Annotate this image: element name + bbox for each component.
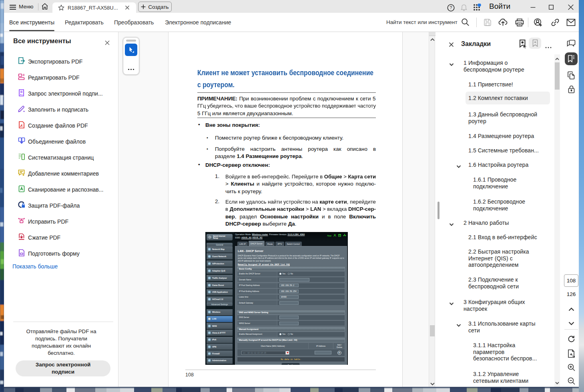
router-nav-item[interactable]: Wireless bbox=[207, 309, 233, 316]
router-nav-item[interactable]: IPv6 bbox=[207, 337, 233, 343]
bookmark-item[interactable]: 1 Информация обеспроводном роутере bbox=[464, 60, 524, 73]
page-view-icon[interactable] bbox=[566, 349, 576, 358]
tool-item-export-pdf[interactable]: Экспортировать PDF bbox=[18, 56, 114, 67]
star-icon[interactable] bbox=[58, 4, 64, 11]
router-nav-item[interactable]: Guest Network bbox=[207, 253, 233, 260]
tool-item-edit-pdf[interactable]: Редактировать PDF bbox=[18, 72, 114, 83]
tool-item-form[interactable]: Подготовить форму bbox=[18, 248, 114, 259]
hamburger-menu-button[interactable] bbox=[10, 4, 16, 10]
tool-item-protect[interactable]: Защита PDF-файла bbox=[18, 200, 114, 211]
bookmark-item[interactable]: 2.2 Быстрая настройкаИнтернет (QIS) савт… bbox=[468, 248, 529, 268]
help-icon[interactable]: ? bbox=[447, 4, 455, 12]
router-nav-item[interactable]: USB Application bbox=[207, 289, 233, 296]
router-nav-item[interactable]: Administration bbox=[207, 358, 233, 364]
router-apply-button[interactable]: Apply bbox=[281, 363, 300, 365]
bookmark-item[interactable]: 3.1.2 Управлениесетевыми клиентами bbox=[473, 371, 528, 384]
current-page-input[interactable]: 108 bbox=[564, 274, 578, 287]
tool-item-combine[interactable]: Объединение файлов bbox=[18, 136, 114, 147]
find-tool-button[interactable]: Найти текст или инструмент bbox=[386, 13, 470, 32]
tool-item-comments[interactable]: Добавление комментариев bbox=[18, 168, 114, 179]
tool-item-repair[interactable]: Исправить PDF bbox=[18, 216, 114, 227]
router-nav-item[interactable]: AiCloud 2.0 bbox=[207, 296, 233, 303]
zoom-out-icon[interactable] bbox=[566, 376, 576, 386]
tool-item-create-pdf[interactable]: Создание файлов PDF bbox=[18, 120, 114, 131]
bookmark-item[interactable]: 3 Конфигурация общихнастроек bbox=[464, 299, 525, 312]
bookmarks-close-icon[interactable] bbox=[449, 42, 454, 49]
router-qis-button[interactable]: Quick Internet Setup bbox=[207, 234, 233, 240]
palette-more-button[interactable] bbox=[123, 65, 139, 72]
bookmark-expand-icon[interactable] bbox=[449, 61, 454, 68]
bookmark-item[interactable]: 2.1 Вход в веб-интерфейс bbox=[468, 234, 537, 241]
menu-label[interactable]: Меню bbox=[19, 0, 34, 13]
router-nav-item[interactable]: LAN bbox=[207, 316, 233, 322]
document-tab[interactable]: R18867_RT-AX58U... bbox=[52, 2, 136, 13]
comments-icon[interactable] bbox=[566, 39, 576, 48]
router-tab[interactable]: DHCP Server bbox=[249, 241, 265, 246]
bookmark-item[interactable]: 1.4 Размещение роутера bbox=[468, 133, 534, 140]
rotate-refresh-icon[interactable] bbox=[566, 334, 576, 344]
select-tool-button[interactable] bbox=[125, 44, 137, 56]
router-nav-item[interactable]: Alexa & IFTTT bbox=[207, 330, 233, 336]
send-mail-icon[interactable] bbox=[566, 18, 576, 27]
window-maximize-button[interactable] bbox=[545, 0, 557, 13]
next-page-icon[interactable] bbox=[566, 319, 576, 328]
bookmark-expand-icon[interactable] bbox=[456, 322, 461, 329]
router-nav-item[interactable]: AiProtection bbox=[207, 260, 233, 267]
window-minimize-button[interactable] bbox=[527, 0, 539, 13]
palette-drag-handle[interactable] bbox=[126, 40, 136, 42]
toolbar-tab[interactable]: Редактировать bbox=[65, 13, 104, 32]
notifications-bell-icon[interactable] bbox=[460, 4, 468, 12]
tool-item-fill-sign[interactable]: Заполнить и подписать bbox=[18, 104, 114, 115]
router-ip-input[interactable] bbox=[315, 351, 331, 354]
previous-page-icon[interactable] bbox=[566, 304, 576, 314]
bookmarks-scrollbar[interactable] bbox=[554, 54, 560, 387]
bookmark-expand-icon[interactable] bbox=[449, 221, 454, 228]
bookmark-item[interactable]: 1.6.1 Проводноеподключение bbox=[473, 176, 516, 190]
router-nav-item[interactable]: Network Map bbox=[207, 246, 233, 253]
bookmark-item[interactable]: 3.1 Использование картысети bbox=[468, 320, 536, 334]
bookmark-item[interactable]: 2 Начало работы bbox=[464, 220, 509, 226]
tool-item-compress[interactable]: Сжатие PDF bbox=[18, 232, 114, 243]
bookmark-expand-icon[interactable] bbox=[456, 163, 461, 170]
window-close-button[interactable] bbox=[565, 0, 577, 13]
bookmark-item[interactable]: 3.1.1 Настройкапараметровбезопасности бе… bbox=[473, 342, 537, 362]
router-tab[interactable]: LAN IP bbox=[237, 242, 248, 246]
router-mac-combo[interactable]: ex: 10:11:12:13:14:15 bbox=[241, 351, 289, 355]
router-nav-item[interactable]: Traffic Analyzer bbox=[207, 275, 233, 281]
request-signature-icon[interactable] bbox=[533, 18, 543, 27]
toolbar-tab[interactable]: Все инструменты bbox=[9, 13, 54, 32]
bookmarks-scrollbar-thumb[interactable] bbox=[555, 62, 560, 90]
share-link-icon[interactable] bbox=[550, 18, 560, 27]
router-tab[interactable]: Switch Control bbox=[285, 242, 302, 246]
toolbar-tab[interactable]: Преобразовать bbox=[114, 13, 154, 32]
router-nav-item[interactable]: WAN bbox=[207, 323, 233, 329]
request-esignature-button[interactable]: Запрос электронной подписи bbox=[16, 360, 110, 376]
bookmarks-tool-active[interactable] bbox=[565, 52, 578, 65]
router-tab[interactable]: Route bbox=[265, 242, 275, 246]
apps-grid-icon[interactable] bbox=[473, 4, 481, 12]
panel-resize-grip[interactable] bbox=[437, 202, 440, 219]
zoom-in-icon[interactable] bbox=[566, 362, 576, 372]
bookmark-item[interactable]: 1.6 Настройка роутера bbox=[468, 162, 528, 168]
bookmark-item[interactable]: 2.3 Подключение кбеспроводной сети bbox=[468, 276, 519, 290]
print-icon[interactable] bbox=[515, 18, 524, 27]
tool-item-request-sign[interactable]: Запрос электронной подпи... bbox=[18, 88, 114, 99]
router-nav-item[interactable]: Adaptive QoS bbox=[207, 268, 233, 274]
bookmark-item[interactable]: 1.5 Системные требован... bbox=[468, 147, 539, 154]
bookmark-item[interactable]: 1.6.2 Беспроводноеподключение bbox=[473, 198, 525, 212]
bookmarks-more-icon[interactable] bbox=[545, 43, 552, 50]
home-button[interactable] bbox=[41, 3, 48, 10]
add-bookmark-icon[interactable] bbox=[519, 39, 527, 50]
router-nav-item[interactable]: VPN bbox=[207, 344, 233, 350]
router-nav-item[interactable]: Firewall bbox=[207, 350, 233, 357]
tool-item-organize[interactable]: Систематизация страниц bbox=[18, 152, 114, 163]
bookmark-item[interactable]: 1.1 Приветствие! bbox=[468, 81, 513, 88]
scrollbar-thumb[interactable] bbox=[430, 325, 435, 336]
tool-item-scan[interactable]: Сканирование и распознав... bbox=[18, 184, 114, 195]
router-faq-link[interactable]: Manually Assigned IP around the DHCP lis… bbox=[238, 264, 290, 266]
create-button[interactable]: Создать bbox=[138, 2, 172, 12]
document-scrollbar[interactable] bbox=[429, 32, 435, 387]
bookmark-expand-icon[interactable] bbox=[449, 300, 454, 307]
router-tab[interactable]: IPTV bbox=[275, 242, 284, 246]
tools-panel-close-icon[interactable] bbox=[105, 40, 110, 47]
